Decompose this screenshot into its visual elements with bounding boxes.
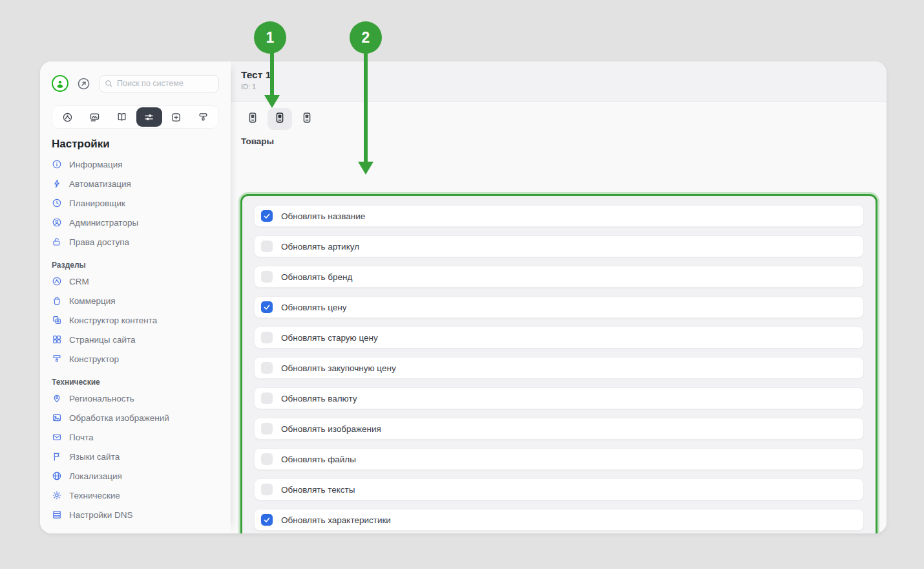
crm-icon <box>52 276 62 286</box>
sidebar-item-commerce[interactable]: Коммерция <box>52 291 219 310</box>
option-row[interactable]: Обновлять валюту <box>254 387 864 409</box>
search-input[interactable] <box>99 75 219 92</box>
checkbox[interactable] <box>261 392 273 404</box>
sidebar-sections: НастройкиИнформацияАвтоматизацияПланиров… <box>52 138 219 524</box>
technical-icon <box>52 490 62 500</box>
sidebar-item-label: Обработка изображений <box>69 413 169 423</box>
sidebar-item-automation[interactable]: Автоматизация <box>52 174 219 193</box>
sidebar-item-localization[interactable]: Локализация <box>52 466 219 486</box>
document-icon <box>300 111 313 127</box>
sidebar-item-label: Администраторы <box>69 218 138 228</box>
sidebar-item-region[interactable]: Региональность <box>52 389 219 408</box>
option-row[interactable]: Обновлять цену <box>254 296 864 318</box>
callout-arrow-1-head <box>264 95 280 108</box>
sidebar-item-label: Коммерция <box>69 296 116 306</box>
document-icon <box>246 111 259 127</box>
option-label: Обновлять характеристики <box>281 515 391 525</box>
sidebar-item-label: Технические <box>69 491 120 500</box>
sidebar-item-constructor[interactable]: Конструктор <box>52 349 219 369</box>
sidebar-item-crm[interactable]: CRM <box>52 272 219 291</box>
sidebar-item-label: Локализация <box>69 471 122 481</box>
document-tabs <box>240 108 887 130</box>
callout-badge-2-number: 2 <box>362 29 370 47</box>
sidebar-item-images[interactable]: Обработка изображений <box>52 408 219 427</box>
search-field-wrap <box>99 75 219 92</box>
sidebar-item-admins[interactable]: Администраторы <box>52 213 219 232</box>
page-background: НастройкиИнформацияАвтоматизацияПланиров… <box>0 0 924 569</box>
languages-icon <box>52 451 62 462</box>
doc-tab-1[interactable] <box>240 108 265 130</box>
images-icon <box>52 413 62 423</box>
nav-tab-sliders-icon[interactable] <box>136 107 162 127</box>
sidebar-item-pages[interactable]: Страницы сайта <box>52 330 219 349</box>
option-label: Обновлять закупочную цену <box>281 363 396 373</box>
sidebar-item-label: Конструктор контента <box>69 316 157 325</box>
option-label: Обновлять цену <box>281 303 347 312</box>
sidebar-nav-tabs <box>52 105 219 129</box>
option-row[interactable]: Обновлять название <box>254 205 864 227</box>
callout-arrow-2-line <box>364 50 368 163</box>
automation-icon <box>52 178 62 189</box>
sidebar-item-label: Планировщик <box>69 199 125 208</box>
sidebar-item-label: Конструктор <box>69 354 119 364</box>
callout-badge-1-number: 1 <box>266 29 275 47</box>
option-label: Обновлять валюту <box>281 394 357 403</box>
content-icon <box>52 315 62 325</box>
option-row[interactable]: Обновлять артикул <box>254 235 864 257</box>
option-row[interactable]: Обновлять старую цену <box>254 327 864 349</box>
page-title: Тест 1 <box>241 69 887 81</box>
option-row[interactable]: Обновлять изображения <box>254 418 864 440</box>
main-area: Тест 1 ID: 1 Товары Обновлять названиеОб… <box>231 61 887 533</box>
sidebar-item-label: Почта <box>69 433 94 442</box>
sidebar-item-label: Настройки DNS <box>69 510 132 520</box>
callout-badge-1: 1 <box>254 21 286 54</box>
sidebar-item-scheduler[interactable]: Планировщик <box>52 193 219 213</box>
checkbox-checked[interactable] <box>261 210 273 222</box>
checkbox[interactable] <box>261 453 273 465</box>
sidebar-item-mail[interactable]: Почта <box>52 427 219 447</box>
user-avatar-icon[interactable] <box>52 75 68 92</box>
sidebar-top-bar <box>52 74 219 92</box>
sidebar-item-info[interactable]: Информация <box>52 155 219 174</box>
nav-tab-plus-square-icon[interactable] <box>163 107 189 127</box>
sidebar-item-languages[interactable]: Языки сайта <box>52 447 219 466</box>
products-section-label: Товары <box>241 136 887 146</box>
checkbox[interactable] <box>261 423 273 435</box>
record-id: ID: 1 <box>241 83 887 91</box>
option-row[interactable]: Обновлять файлы <box>254 448 864 470</box>
doc-tab-3[interactable] <box>295 108 319 130</box>
checkbox[interactable] <box>261 362 273 374</box>
main-header: Тест 1 ID: 1 <box>231 61 887 102</box>
nav-tab-media-icon[interactable] <box>81 107 107 127</box>
constructor-icon <box>52 354 62 364</box>
sidebar-item-label: Языки сайта <box>69 452 120 462</box>
option-row[interactable]: Обновлять закупочную цену <box>254 357 864 379</box>
pages-icon <box>52 334 62 345</box>
sidebar-item-label: Страницы сайта <box>69 335 135 345</box>
nav-tab-constructor-icon[interactable] <box>191 107 216 127</box>
doc-tab-2[interactable] <box>268 108 292 130</box>
sidebar-item-dns[interactable]: Настройки DNS <box>52 505 219 524</box>
checkbox[interactable] <box>261 332 273 343</box>
nav-tab-book-icon[interactable] <box>109 107 134 127</box>
sidebar-section-title: Настройки <box>52 138 219 151</box>
option-label: Обновлять изображения <box>281 424 381 434</box>
option-row[interactable]: Обновлять характеристики <box>254 509 864 531</box>
localization-icon <box>52 471 62 481</box>
sidebar-item-content[interactable]: Конструктор контента <box>52 310 219 330</box>
checkbox[interactable] <box>261 241 273 252</box>
checkbox[interactable] <box>261 484 273 495</box>
nav-tab-crm-icon[interactable] <box>54 107 80 127</box>
arrow-up-right-icon[interactable] <box>76 76 91 91</box>
admins-icon <box>52 217 62 228</box>
sidebar: НастройкиИнформацияАвтоматизацияПланиров… <box>40 61 231 533</box>
checkbox-checked[interactable] <box>261 514 273 526</box>
products-options-list: Обновлять названиеОбновлять артикулОбнов… <box>254 205 864 533</box>
access-icon <box>52 237 62 247</box>
sidebar-item-access[interactable]: Права доступа <box>52 232 219 252</box>
checkbox-checked[interactable] <box>261 301 273 313</box>
option-row[interactable]: Обновлять тексты <box>254 478 864 500</box>
sidebar-item-technical[interactable]: Технические <box>52 486 219 505</box>
checkbox[interactable] <box>261 271 273 283</box>
option-row[interactable]: Обновлять бренд <box>254 266 864 288</box>
